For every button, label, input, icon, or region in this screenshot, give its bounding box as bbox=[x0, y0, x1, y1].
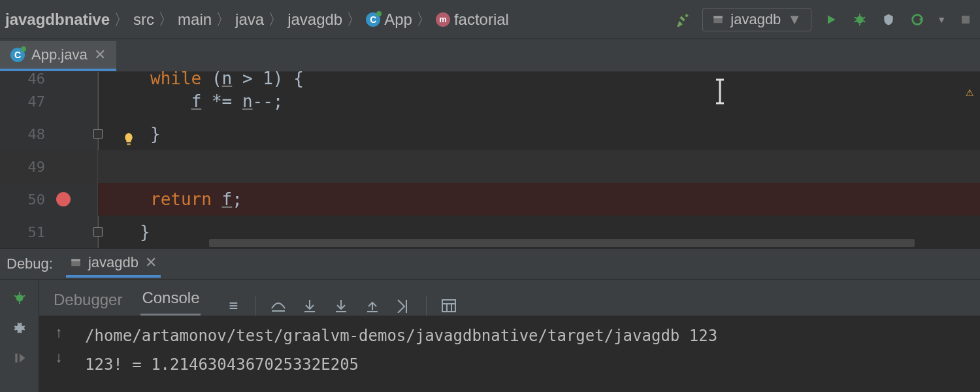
line-number: 47 bbox=[28, 93, 46, 110]
application-icon bbox=[70, 257, 82, 269]
gutter-line[interactable]: 47 bbox=[0, 85, 97, 118]
tab-console[interactable]: Console bbox=[140, 282, 201, 316]
code-line[interactable] bbox=[98, 150, 980, 183]
breadcrumb-root[interactable]: javagdbnative bbox=[5, 10, 110, 29]
resume-icon[interactable] bbox=[10, 349, 29, 367]
scroll-down-icon[interactable]: ↓ bbox=[56, 349, 63, 366]
breakpoint-icon[interactable] bbox=[56, 192, 71, 206]
breadcrumb-src[interactable]: src bbox=[133, 10, 154, 29]
svg-line-7 bbox=[855, 20, 857, 22]
line-number: 49 bbox=[28, 159, 46, 175]
profile-button[interactable] bbox=[908, 10, 926, 29]
chevron-right-icon: 〉 bbox=[346, 9, 362, 30]
svg-rect-13 bbox=[71, 259, 80, 261]
editor-tab-label: App.java bbox=[31, 46, 88, 63]
class-icon: C bbox=[366, 12, 380, 27]
gutter-line[interactable]: 46 bbox=[0, 72, 97, 85]
settings-icon[interactable] bbox=[10, 319, 29, 337]
breadcrumb: javagdbnative 〉 src 〉 main 〉 java 〉 java… bbox=[5, 9, 674, 30]
method-icon: m bbox=[436, 12, 450, 27]
step-out-icon[interactable] bbox=[363, 297, 382, 315]
code-line[interactable]: while (n > 1) { bbox=[98, 72, 980, 85]
svg-line-5 bbox=[855, 17, 857, 18]
separator bbox=[426, 296, 427, 316]
build-icon[interactable] bbox=[674, 10, 692, 29]
text-cursor-icon bbox=[712, 78, 728, 108]
debug-side-toolbar bbox=[0, 280, 39, 392]
tab-debugger[interactable]: Debugger bbox=[52, 284, 123, 316]
svg-rect-1 bbox=[714, 16, 723, 18]
evaluate-expression-icon[interactable] bbox=[440, 297, 458, 315]
horizontal-scrollbar[interactable] bbox=[209, 239, 915, 247]
line-number: 46 bbox=[28, 71, 46, 87]
chevron-right-icon: 〉 bbox=[114, 9, 129, 30]
stop-button[interactable] bbox=[956, 10, 975, 29]
separator bbox=[255, 296, 256, 316]
run-to-cursor-icon[interactable] bbox=[395, 297, 413, 315]
editor-tab-app[interactable]: C App.java ✕ bbox=[0, 41, 116, 71]
code-line[interactable]: f *= n--; bbox=[98, 85, 980, 118]
debug-step-toolbar: ≡ bbox=[224, 296, 458, 316]
step-into-icon[interactable] bbox=[301, 297, 319, 315]
debug-toolwindow-header: Debug: javagdb ✕ bbox=[0, 248, 980, 280]
debug-toolwindow: Debugger Console ≡ ↑ ↓ /home/artamonov/t… bbox=[0, 280, 980, 392]
console-gutter: ↑ ↓ bbox=[39, 316, 78, 392]
warning-icon[interactable]: ⚠ bbox=[966, 84, 973, 99]
chevron-right-icon: 〉 bbox=[416, 9, 432, 30]
run-button[interactable] bbox=[822, 10, 840, 29]
editor-gutter[interactable]: 46 47 48 49 50 51 bbox=[0, 72, 98, 248]
breadcrumb-java[interactable]: java bbox=[235, 10, 264, 29]
class-icon: C bbox=[10, 48, 25, 62]
line-number: 48 bbox=[28, 126, 46, 142]
svg-line-18 bbox=[22, 295, 25, 297]
gutter-line[interactable]: 48 bbox=[0, 118, 97, 150]
editor-tab-bar: C App.java ✕ bbox=[0, 39, 980, 72]
svg-rect-21 bbox=[442, 300, 455, 312]
application-icon bbox=[712, 14, 724, 25]
console-panel: ↑ ↓ /home/artamonov/test/graalvm-demos/j… bbox=[39, 316, 980, 392]
gutter-line[interactable]: 50 bbox=[0, 183, 97, 216]
svg-rect-20 bbox=[406, 300, 407, 313]
code-area[interactable]: while (n > 1) { f *= n--; } return f; } … bbox=[98, 72, 980, 248]
close-icon[interactable]: ✕ bbox=[94, 46, 106, 63]
chevron-right-icon: 〉 bbox=[158, 9, 174, 30]
run-configuration-selector[interactable]: javagdb ▼ bbox=[702, 8, 811, 31]
code-line[interactable]: } bbox=[98, 118, 980, 150]
debug-title: Debug: bbox=[7, 255, 53, 272]
breadcrumb-method[interactable]: m factorial bbox=[436, 10, 509, 29]
breadcrumb-package[interactable]: javagdb bbox=[287, 10, 342, 29]
svg-rect-19 bbox=[15, 353, 17, 362]
debug-session-label: javagdb bbox=[88, 254, 139, 271]
gutter-line[interactable]: 49 bbox=[0, 150, 97, 183]
rerun-debug-icon[interactable] bbox=[10, 289, 29, 307]
svg-line-8 bbox=[863, 20, 866, 22]
code-line[interactable]: return f; bbox=[98, 183, 980, 216]
step-over-icon[interactable] bbox=[269, 297, 287, 315]
chevron-down-icon[interactable]: ▼ bbox=[937, 14, 946, 25]
close-icon[interactable]: ✕ bbox=[145, 254, 157, 271]
chevron-right-icon: 〉 bbox=[216, 9, 231, 30]
coverage-button[interactable] bbox=[879, 10, 898, 29]
svg-point-2 bbox=[857, 16, 864, 23]
debug-session-tab[interactable]: javagdb ✕ bbox=[66, 250, 161, 278]
breadcrumb-class-label: App bbox=[384, 10, 412, 29]
debug-button[interactable] bbox=[851, 10, 869, 29]
scroll-up-icon[interactable]: ↑ bbox=[56, 324, 63, 341]
navigation-bar: javagdbnative 〉 src 〉 main 〉 java 〉 java… bbox=[0, 0, 980, 39]
chevron-right-icon: 〉 bbox=[268, 9, 284, 30]
code-editor[interactable]: 46 47 48 49 50 51 while (n > 1) { f *= n… bbox=[0, 72, 980, 248]
line-number: 51 bbox=[28, 224, 46, 240]
svg-rect-10 bbox=[962, 16, 970, 24]
debug-tabs: Debugger Console ≡ bbox=[39, 280, 980, 316]
breadcrumb-class[interactable]: C App bbox=[366, 10, 412, 29]
console-line: 123! = 1.2146304367025332E205 bbox=[85, 350, 973, 379]
line-number: 50 bbox=[28, 191, 46, 208]
svg-line-17 bbox=[14, 295, 16, 297]
breadcrumb-main[interactable]: main bbox=[178, 10, 212, 29]
chevron-down-icon: ▼ bbox=[787, 11, 802, 28]
debug-main: Debugger Console ≡ ↑ ↓ /home/artamonov/t… bbox=[39, 280, 980, 392]
console-output[interactable]: /home/artamonov/test/graalvm-demos/javag… bbox=[78, 316, 980, 392]
gutter-line[interactable]: 51 bbox=[0, 216, 97, 248]
force-step-into-icon[interactable] bbox=[332, 297, 350, 315]
more-icon[interactable]: ≡ bbox=[224, 297, 242, 315]
